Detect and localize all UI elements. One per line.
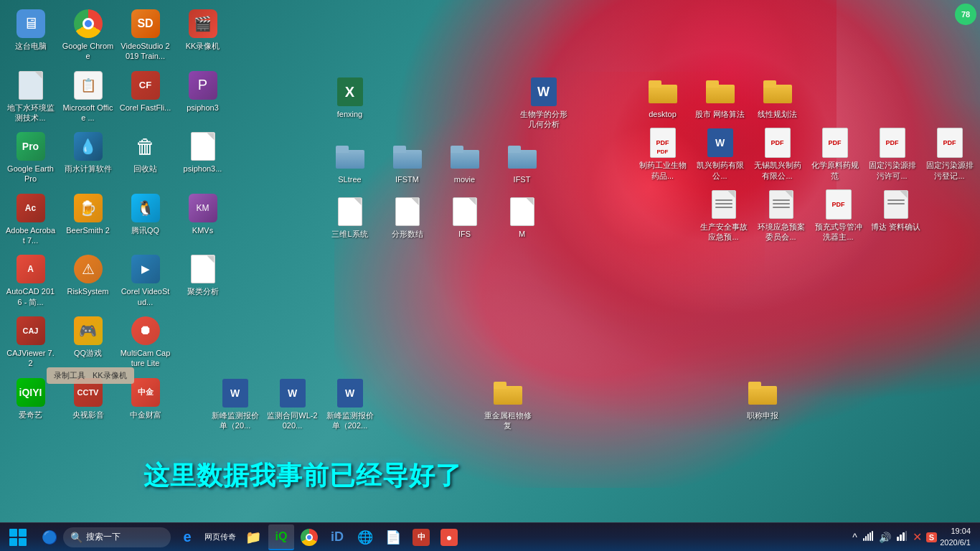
cortana-button[interactable]: 🔵 — [36, 529, 63, 545]
svg-rect-7 — [903, 532, 905, 541]
svg-rect-0 — [863, 538, 864, 541]
icon-qq-games[interactable]: 🎮 QQ游戏 — [61, 311, 115, 369]
taskbar-chrome[interactable] — [296, 524, 322, 550]
taskbar-iqiyi[interactable]: iQ — [268, 524, 294, 550]
system-clock: 19:04 2020/6/1 — [940, 526, 974, 548]
recording-toolbar: 录制工具 KK录像机 — [47, 367, 134, 384]
icon-kaixin-pharma[interactable]: W 凯兴制药有限公... — [693, 123, 747, 181]
icon-boda-confirm[interactable]: 博达 资料确认 — [869, 184, 923, 242]
icon-ifs[interactable]: IFS — [438, 192, 491, 239]
svg-rect-4 — [872, 531, 873, 541]
svg-rect-6 — [900, 534, 902, 541]
movie-folder-icon — [451, 146, 479, 169]
heavy-building-folder — [494, 382, 522, 405]
icon-corel-fastfli[interactable]: CF Corel FastFli... — [118, 65, 172, 123]
icon-msoffice[interactable]: 📋 Microsoft Office ... — [61, 65, 115, 123]
icon-kmvs[interactable]: KM KMVs — [176, 188, 230, 246]
search-label: 搜索一下 — [86, 531, 121, 543]
icon-cajviewer[interactable]: CAJ CAJViewer 7.2 — [4, 311, 57, 369]
icon-env-emergency[interactable]: 环境应急预案委员会... — [754, 184, 808, 242]
tray-security[interactable]: ✕ — [911, 529, 923, 545]
tray-volume[interactable]: 🔊 — [877, 530, 892, 545]
ifstm-folder-icon — [393, 146, 422, 169]
icon-adobe-acrobat[interactable]: Ac Adobe Acrobat 7... — [4, 188, 57, 246]
taskbar-red-app[interactable]: ● — [436, 524, 462, 550]
icon-linear-prog[interactable]: 线性规划法 — [750, 72, 804, 119]
icon-autocad[interactable]: A AutoCAD 2016 - 简... — [4, 249, 57, 307]
icon-psiphon3-2[interactable]: psiphon3... — [176, 126, 230, 184]
icon-fixed-pollut2[interactable]: PDF 固定污染源排污登记... — [923, 123, 976, 181]
icon-job-title[interactable]: 职称申报 — [735, 373, 789, 431]
icon-kk-recorder[interactable]: 🎬 KK录像机 — [176, 4, 230, 62]
icon-groundwater[interactable]: 地下水环境监测技术... — [4, 65, 57, 123]
icon-videostudio[interactable]: SD VideoStudio 2019 Train... — [118, 4, 172, 62]
taskbar-ie[interactable]: e — [174, 524, 200, 550]
left-icon-grid: 🖥 这台电脑 Google Chrome SD VideoStudio 2019… — [4, 4, 230, 420]
tray-show-hidden[interactable]: ^ — [851, 530, 859, 545]
icon-stock-network[interactable]: 股市 网络算法 — [693, 72, 747, 119]
mid-icon-area: X fenxing W 生物学的分形几何分析 SLtree — [323, 72, 570, 239]
icon-corel-video[interactable]: ▶ Corel VideoStud... — [118, 249, 172, 307]
tray-network[interactable] — [862, 529, 875, 545]
icon-multicam[interactable]: ⏺ MultiCam Capture Lite — [118, 311, 172, 369]
icon-no-restriction[interactable]: PDF 无锡凯兴制药有限公... — [750, 123, 804, 181]
spacer2 — [636, 184, 693, 242]
icon-chem-standard[interactable]: PDF 化学原料药规范 — [808, 123, 862, 181]
icon-sltree[interactable]: SLtree — [323, 137, 377, 184]
taskbar-china-app[interactable]: 中 — [408, 524, 434, 550]
icon-fractal-text[interactable]: 分形数结 — [380, 192, 434, 239]
icon-cctv[interactable]: CCTV 央视影音 录制工具 KK录像机 — [61, 372, 115, 420]
empty-slot-1 — [176, 311, 230, 369]
icon-my-computer[interactable]: 🖥 这台电脑 — [4, 4, 57, 62]
windows-logo — [9, 529, 27, 546]
icon-m-doc[interactable]: M — [495, 192, 549, 239]
svg-rect-1 — [865, 536, 867, 541]
taskbar-search[interactable]: 🔍 搜索一下 — [63, 527, 171, 547]
desktop-folder-icon — [649, 80, 677, 103]
icon-beersmith[interactable]: 🍺 BeerSmith 2 — [61, 188, 115, 246]
taskbar-doc[interactable]: 📄 — [380, 524, 406, 550]
icon-ifstm[interactable]: IFSTM — [380, 137, 434, 184]
icon-ifst[interactable]: IFST — [495, 137, 549, 184]
svg-rect-8 — [905, 531, 907, 541]
icon-xinfeng-report2[interactable]: W 新峰监测报价单（202... — [323, 373, 377, 431]
taskbar-explorer[interactable]: 📁 — [240, 524, 266, 550]
desktop: 78 🖥 这台电脑 Google Chrome SD VideoStu — [0, 0, 980, 551]
tray-signal[interactable] — [895, 529, 908, 545]
icon-shower-guide[interactable]: PDF 预充式导管冲洗器主... — [811, 184, 865, 242]
start-button[interactable] — [0, 523, 36, 552]
icon-3d-system[interactable]: 三维L系统 — [323, 192, 377, 239]
icon-biology[interactable]: W 生物学的分形几何分析 — [517, 72, 570, 130]
icon-recycle-bin[interactable]: 🗑 回收站 — [118, 126, 172, 184]
svg-rect-2 — [867, 534, 869, 541]
system-tray: ^ 🔊 ✕ S — [845, 526, 980, 548]
icon-heavy-building[interactable]: 重金属租物修复 — [481, 373, 534, 431]
icon-rainwater[interactable]: 💧 雨水计算软件 — [61, 126, 115, 184]
icon-movie[interactable]: movie — [438, 137, 491, 184]
icon-xinfeng-report1[interactable]: W 新峰监测报价单（20... — [208, 373, 262, 431]
icon-cluster[interactable]: 聚类分析 — [176, 249, 230, 307]
bottom-mid-docs: W 新峰监测报价单（20... W 监测合同WL-2020... W 新峰监测报… — [208, 373, 377, 431]
icon-production-safety[interactable]: 生产安全事故应急预... — [697, 184, 750, 242]
taskbar-id[interactable]: iD — [324, 524, 350, 550]
svg-rect-3 — [870, 532, 871, 541]
webpage-label: 网页传奇 — [202, 532, 238, 542]
icon-fixed-pollut1[interactable]: PDF 固定污染源排污许可... — [865, 123, 919, 181]
icon-google-chrome[interactable]: Google Chrome — [61, 4, 115, 62]
icon-google-earth[interactable]: Pro Google Earth Pro — [4, 126, 57, 184]
ifst-folder-icon — [508, 146, 537, 169]
spacer — [420, 72, 473, 130]
icon-qq[interactable]: 🐧 腾讯QQ — [118, 188, 172, 246]
icon-psiphon3[interactable]: P psiphon3 — [176, 65, 230, 123]
subtitle-text: 这里数据我事前已经导好了 — [143, 458, 462, 494]
sltree-folder-icon — [336, 146, 364, 169]
icon-monitor-contract[interactable]: W 监测合同WL-2020... — [265, 373, 319, 431]
icon-desktop-folder[interactable]: desktop — [636, 72, 689, 119]
taskbar-vpn[interactable]: 🌐 — [352, 524, 378, 550]
tray-sougou[interactable]: S — [926, 532, 937, 542]
icon-pharma-bio[interactable]: PDF 制药工业生物药品... — [636, 123, 689, 181]
icon-risksystem[interactable]: ⚠ RiskSystem — [61, 249, 115, 307]
job-title-folder — [748, 382, 777, 405]
linear-folder-icon — [763, 80, 792, 103]
icon-fenxing[interactable]: X fenxing — [323, 72, 377, 130]
